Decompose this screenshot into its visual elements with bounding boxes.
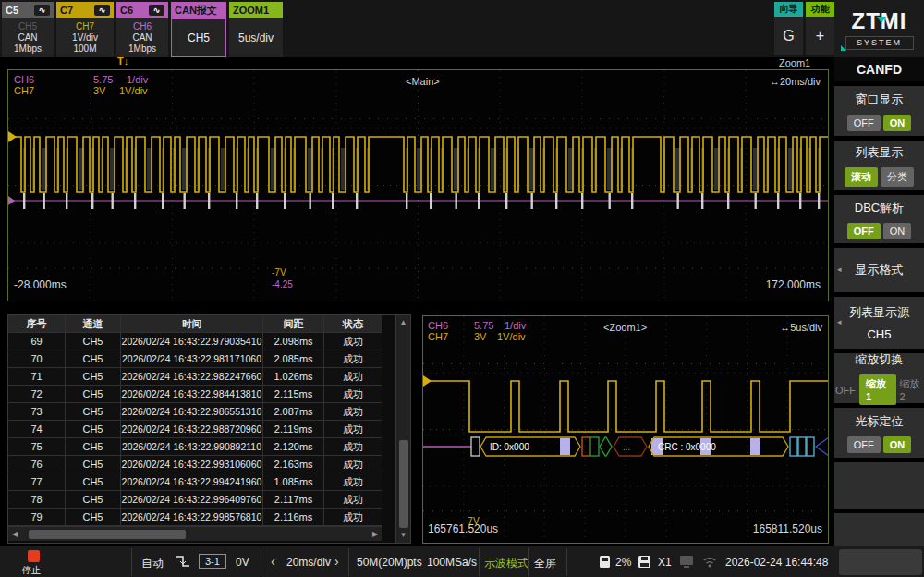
scope-mode[interactable]: 示波模式 <box>484 556 529 571</box>
function-label: 功能 <box>806 2 834 17</box>
tab-header[interactable]: ZOOM1 <box>229 2 283 18</box>
scroll-left-icon[interactable]: ◀ <box>8 527 21 542</box>
table-cell: CH5 <box>66 438 121 455</box>
option-row: OFFON <box>847 436 912 453</box>
main-right-time: 172.000ms <box>766 279 821 290</box>
tab-header[interactable]: C7∿ <box>56 2 114 18</box>
decode-segment[interactable]: CRC : 0x0000 <box>649 437 788 456</box>
statusbar-right-panel[interactable] <box>839 549 922 575</box>
decode-segment[interactable] <box>807 437 814 456</box>
table-row[interactable]: 77CH52026/02/24 16:43:22.9942419601.085m… <box>8 473 382 491</box>
channel-tab-CAN报文[interactable]: CAN报文CH5 <box>171 2 226 57</box>
channel-tab-ZOOM1[interactable]: ZOOM15us/div <box>229 2 283 57</box>
section-value[interactable]: CH5 <box>867 327 891 341</box>
option-滚动[interactable]: 滚动 <box>845 167 878 187</box>
ch7-scale: 3V <box>93 85 105 96</box>
option-OFF[interactable]: OFF <box>847 436 881 453</box>
trigger-slope-icon[interactable] <box>176 555 190 569</box>
timebase-next-icon[interactable]: › <box>334 554 339 569</box>
expand-left-icon: ◂ <box>837 264 842 274</box>
table-cell: 2.115ms <box>263 386 324 402</box>
channel-tab-C5[interactable]: C5∿CH5CAN1Mbps <box>2 2 54 57</box>
tab-header[interactable]: C5∿ <box>2 2 54 18</box>
option-row: OFF缩放1缩放2 <box>834 374 924 405</box>
decode-segment[interactable] <box>582 437 590 456</box>
table-row[interactable]: 76CH52026/02/24 16:43:22.9931060602.163m… <box>8 456 382 473</box>
section-label: 窗口显示 <box>856 92 904 108</box>
stop-icon[interactable] <box>28 550 40 562</box>
decode-segment[interactable] <box>471 437 480 456</box>
table-cell: 成功 <box>324 438 382 455</box>
scroll-right-icon[interactable]: ▶ <box>369 527 382 542</box>
trigger-level[interactable]: 0V <box>236 556 249 569</box>
decode-segment[interactable] <box>600 437 612 456</box>
table-row[interactable]: 69CH52026/02/24 16:43:22.9790354102.098m… <box>8 333 382 350</box>
decode-segment[interactable] <box>798 437 806 456</box>
horizontal-scroll-thumb[interactable] <box>29 530 186 539</box>
tab-body[interactable]: CH5 <box>171 18 226 57</box>
scroll-down-icon[interactable]: ▼ <box>397 528 410 543</box>
table-row[interactable]: 79CH52026/02/24 16:43:22.9985768102.116m… <box>8 509 382 526</box>
option-OFF[interactable]: OFF <box>847 223 881 239</box>
table-header-row: 序号通道时间间距状态 <box>8 315 382 333</box>
sidebar-section-DBC解析: DBC解析OFFON <box>834 195 924 243</box>
logo-triangle-icon <box>877 17 886 23</box>
option-ON[interactable]: ON <box>883 115 912 131</box>
table-cell: 2.117ms <box>263 491 324 508</box>
tab-header[interactable]: CAN报文 <box>171 2 226 18</box>
main-waveform-panel[interactable]: CH6 5.75 1/div CH7 3V 1V/div <Main> ↔20m… <box>7 69 829 301</box>
tab-body[interactable]: CH6CAN1Mbps <box>116 18 168 57</box>
vertical-scrollbar[interactable]: ▲ ▼ <box>395 315 410 543</box>
option-ON[interactable]: ON <box>883 436 912 453</box>
main-waveform-plot[interactable] <box>8 70 828 301</box>
option-ON[interactable]: ON <box>883 223 912 239</box>
decode-segment[interactable] <box>590 437 599 456</box>
option-缩放2[interactable]: 缩放2 <box>899 374 924 405</box>
decode-segment[interactable] <box>790 437 797 456</box>
table-row[interactable]: 70CH52026/02/24 16:43:22.9811710602.085m… <box>8 350 382 368</box>
tab-body[interactable]: CH5CAN1Mbps <box>2 18 54 57</box>
svg-text:...: ... <box>623 442 630 452</box>
channel-tab-C6[interactable]: C6∿CH6CAN1Mbps <box>116 2 168 57</box>
oscilloscope-screen: C5∿CH5CAN1MbpsC7∿CH71V/div100MC6∿CH6CAN1… <box>0 0 924 577</box>
system-badge[interactable]: SYSTEM <box>845 36 914 50</box>
corner-accent-icon <box>841 45 846 51</box>
option-OFF[interactable]: OFF <box>847 115 881 131</box>
table-cell: 70 <box>8 350 66 367</box>
table-row[interactable]: 71CH52026/02/24 16:43:22.9822476601.026m… <box>8 368 382 386</box>
horizontal-scrollbar[interactable]: ◀▶ <box>8 526 382 541</box>
wizard-button[interactable]: 向导 G <box>774 2 803 55</box>
trigger-mode[interactable]: 自动 <box>141 556 164 571</box>
decode-segment[interactable]: ID: 0x000 <box>480 437 580 456</box>
function-button[interactable]: 功能 + <box>806 2 834 55</box>
option-分类[interactable]: 分类 <box>881 167 914 187</box>
tab-header[interactable]: C6∿ <box>116 2 168 18</box>
table-row[interactable]: 72CH52026/02/24 16:43:22.9844138102.115m… <box>8 386 382 403</box>
fullscreen-button[interactable]: 全屏 <box>534 556 556 571</box>
ch6-label: CH6 <box>14 74 34 85</box>
scroll-up-icon[interactable]: ▲ <box>397 315 410 330</box>
zoom1-waveform-plot[interactable]: ID: 0x000...CRC : 0x0000 <box>423 316 828 543</box>
table-row[interactable]: 75CH52026/02/24 16:43:22.9908921102.120m… <box>8 438 382 456</box>
sidebar-section-显示格式[interactable]: ◂显示格式 <box>834 248 924 292</box>
table-cell: 2.116ms <box>263 509 324 525</box>
channel-tab-C7[interactable]: C7∿CH71V/div100M <box>56 2 114 57</box>
table-row[interactable]: 78CH52026/02/24 16:43:22.9964097602.117m… <box>8 491 382 509</box>
trigger-source[interactable]: 3-1 <box>199 554 226 569</box>
vertical-scroll-thumb[interactable] <box>399 440 408 528</box>
option-缩放1[interactable]: 缩放1 <box>859 374 896 405</box>
timebase-prev-icon[interactable]: ‹ <box>271 554 275 569</box>
decode-segment[interactable]: ... <box>614 437 647 456</box>
table-cell: 77 <box>8 473 66 490</box>
table-row[interactable]: 74CH52026/02/24 16:43:22.9887209602.119m… <box>8 421 382 438</box>
sidebar-section-列表显示源[interactable]: ◂列表显示源CH5 <box>834 297 924 349</box>
trigger-position-marker[interactable]: T↓ <box>117 55 128 67</box>
tab-body[interactable]: CH71V/div100M <box>56 18 114 57</box>
tab-body[interactable]: 5us/div <box>229 18 283 57</box>
option-OFF[interactable]: OFF <box>834 382 857 399</box>
zoom1-waveform-panel[interactable]: ID: 0x000...CRC : 0x0000 CH6 5.75 1/div … <box>422 315 829 544</box>
sidebar-title: CANFD <box>834 57 924 81</box>
decode-segment[interactable] <box>816 437 828 456</box>
table-row[interactable]: 73CH52026/02/24 16:43:22.9865513102.087m… <box>8 403 382 421</box>
timebase-value[interactable]: 20ms/div <box>286 556 331 569</box>
